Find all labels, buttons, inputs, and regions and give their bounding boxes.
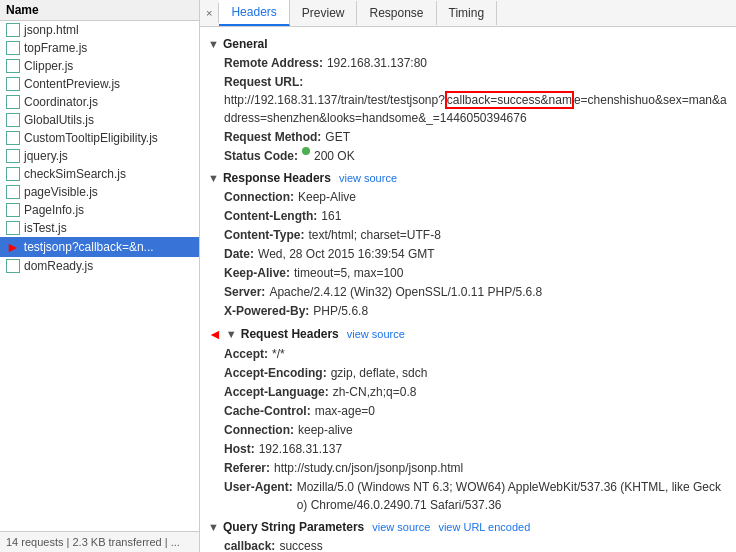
response-headers-section-header: ▼ Response Headers view source (208, 171, 728, 185)
file-item-label: testjsonp?callback=&n... (24, 240, 154, 254)
response-header-row: Connection:Keep-Alive (208, 188, 728, 206)
request-header-val: http://study.cn/json/jsonp/jsonp.html (274, 459, 463, 477)
file-icon (6, 41, 20, 55)
tab-timing[interactable]: Timing (437, 1, 498, 25)
file-icon (6, 59, 20, 73)
arrow-right-icon: ► (6, 239, 20, 255)
file-item[interactable]: topFrame.js (0, 39, 199, 57)
request-headers-view-source-link[interactable]: view source (347, 328, 405, 340)
general-triangle-icon: ▼ (208, 38, 219, 50)
response-header-val: Keep-Alive (298, 188, 356, 206)
response-header-key: Keep-Alive: (224, 264, 290, 282)
file-icon (6, 221, 20, 235)
file-item-label: CustomTooltipEligibility.js (24, 131, 158, 145)
file-item[interactable]: domReady.js (0, 257, 199, 275)
request-headers-rows: Accept:*/*Accept-Encoding:gzip, deflate,… (208, 345, 728, 514)
file-item[interactable]: ►testjsonp?callback=&n... (0, 237, 199, 257)
request-header-key: Accept-Encoding: (224, 364, 327, 382)
query-params-view-source-link[interactable]: view source (372, 521, 430, 533)
arrow-left-icon: ◄ (208, 326, 222, 342)
tab-close-button[interactable]: × (200, 3, 219, 23)
status-code-val: 200 OK (314, 147, 355, 165)
tab-headers[interactable]: Headers (219, 0, 289, 26)
file-item-label: jsonp.html (24, 23, 79, 37)
request-method-row: Request Method: GET (208, 128, 728, 146)
request-headers-triangle-icon: ▼ (226, 328, 237, 340)
url-highlighted: callback=success&nam (445, 91, 574, 109)
tabs-bar: × Headers Preview Response Timing (200, 0, 736, 27)
file-item-label: checkSimSearch.js (24, 167, 126, 181)
file-icon (6, 167, 20, 181)
request-header-key: Accept-Language: (224, 383, 329, 401)
tab-preview[interactable]: Preview (290, 1, 358, 25)
file-icon (6, 113, 20, 127)
response-header-key: Content-Type: (224, 226, 304, 244)
response-headers-view-source-link[interactable]: view source (339, 172, 397, 184)
file-item[interactable]: PageInfo.js (0, 201, 199, 219)
remote-address-val: 192.168.31.137:80 (327, 54, 427, 72)
request-header-key: Referer: (224, 459, 270, 477)
response-header-val: 161 (321, 207, 341, 225)
file-list-header: Name (0, 0, 199, 21)
query-param-key: callback: (224, 537, 275, 552)
request-header-key: Connection: (224, 421, 294, 439)
file-item-label: isTest.js (24, 221, 67, 235)
request-method-key: Request Method: (224, 128, 321, 146)
file-item[interactable]: pageVisible.js (0, 183, 199, 201)
request-header-val: */* (272, 345, 285, 363)
query-params-triangle-icon: ▼ (208, 521, 219, 533)
response-header-val: timeout=5, max=100 (294, 264, 403, 282)
request-header-val: keep-alive (298, 421, 353, 439)
tab-response[interactable]: Response (357, 1, 436, 25)
file-item-label: pageVisible.js (24, 185, 98, 199)
file-icon (6, 77, 20, 91)
bottom-bar: 14 requests | 2.3 KB transferred | ... (0, 531, 199, 552)
response-header-val: text/html; charset=UTF-8 (308, 226, 440, 244)
file-item-label: domReady.js (24, 259, 93, 273)
request-header-val: 192.168.31.137 (259, 440, 342, 458)
response-header-key: Connection: (224, 188, 294, 206)
request-headers-section-header: ◄ ▼ Request Headers view source (208, 326, 728, 342)
file-item[interactable]: Clipper.js (0, 57, 199, 75)
response-header-val: Wed, 28 Oct 2015 16:39:54 GMT (258, 245, 435, 263)
request-header-val: max-age=0 (315, 402, 375, 420)
response-header-key: Server: (224, 283, 265, 301)
status-dot-icon (302, 147, 310, 155)
query-param-val: success (279, 537, 322, 552)
file-icon (6, 95, 20, 109)
request-header-row: Referer:http://study.cn/json/jsonp/jsonp… (208, 459, 728, 477)
response-header-row: Content-Type:text/html; charset=UTF-8 (208, 226, 728, 244)
file-item[interactable]: isTest.js (0, 219, 199, 237)
response-header-key: Content-Length: (224, 207, 317, 225)
request-header-key: Accept: (224, 345, 268, 363)
response-header-row: Date:Wed, 28 Oct 2015 16:39:54 GMT (208, 245, 728, 263)
response-header-row: Server:Apache/2.4.12 (Win32) OpenSSL/1.0… (208, 283, 728, 301)
file-item[interactable]: checkSimSearch.js (0, 165, 199, 183)
file-item[interactable]: Coordinator.js (0, 93, 199, 111)
file-icon (6, 203, 20, 217)
request-url-val: http://192.168.31.137/train/test/testjso… (224, 91, 728, 127)
query-params-section-header: ▼ Query String Parameters view source vi… (208, 520, 728, 534)
file-item[interactable]: CustomTooltipEligibility.js (0, 129, 199, 147)
file-item-label: ContentPreview.js (24, 77, 120, 91)
response-headers-triangle-icon: ▼ (208, 172, 219, 184)
file-icon (6, 185, 20, 199)
file-item[interactable]: GlobalUtils.js (0, 111, 199, 129)
file-item[interactable]: ContentPreview.js (0, 75, 199, 93)
request-header-key: Host: (224, 440, 255, 458)
remote-address-row: Remote Address: 192.168.31.137:80 (208, 54, 728, 72)
response-header-row: Keep-Alive:timeout=5, max=100 (208, 264, 728, 282)
file-icon (6, 149, 20, 163)
request-url-key: Request URL: (224, 73, 303, 91)
request-header-row: User-Agent:Mozilla/5.0 (Windows NT 6.3; … (208, 478, 728, 514)
file-icon (6, 259, 20, 273)
request-header-key: Cache-Control: (224, 402, 311, 420)
response-headers-section-title: Response Headers (223, 171, 331, 185)
file-item[interactable]: jsonp.html (0, 21, 199, 39)
file-item[interactable]: jquery.js (0, 147, 199, 165)
status-code-key: Status Code: (224, 147, 298, 165)
response-headers-rows: Connection:Keep-AliveContent-Length:161C… (208, 188, 728, 320)
request-header-row: Host:192.168.31.137 (208, 440, 728, 458)
query-params-view-url-encoded-link[interactable]: view URL encoded (438, 521, 530, 533)
request-header-row: Accept-Encoding:gzip, deflate, sdch (208, 364, 728, 382)
